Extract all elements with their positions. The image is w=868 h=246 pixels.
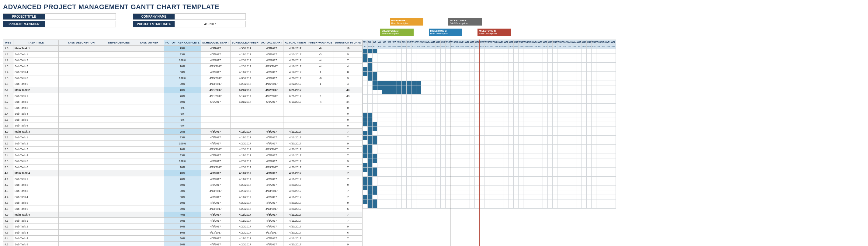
cell-blank[interactable] <box>104 81 134 87</box>
cell-var[interactable] <box>307 134 334 141</box>
cell-pct[interactable]: 60% <box>164 99 201 105</box>
cell-af[interactable]: 4/20/2017 <box>283 58 307 64</box>
cell-af[interactable]: 4/20/2017 <box>283 164 307 170</box>
cell-desc[interactable] <box>59 129 104 135</box>
cell-title[interactable]: Sub Task 2 <box>13 182 59 188</box>
cell-pct[interactable]: 50% <box>164 200 201 206</box>
cell-pct[interactable]: 0% <box>164 117 201 123</box>
cell-var[interactable] <box>307 123 334 129</box>
cell-ss[interactable]: 4/21/2017 <box>201 87 230 93</box>
task-row[interactable]: 4.4Sub Task 450%4/3/20174/11/20174/3/201… <box>3 194 363 200</box>
task-row[interactable]: 4.1Sub Task 170%4/3/20174/11/20174/3/201… <box>3 218 363 224</box>
cell-blank[interactable] <box>104 152 134 158</box>
cell-ss[interactable]: 4/8/2017 <box>201 141 230 147</box>
cell-wbs[interactable]: 4.5 <box>3 241 13 246</box>
cell-desc[interactable] <box>59 182 104 188</box>
cell-af[interactable]: 4/11/2017 <box>283 194 307 200</box>
cell-dur[interactable]: 4 <box>334 81 362 87</box>
cell-dur[interactable]: 9 <box>334 241 362 246</box>
cell-sf[interactable] <box>230 111 260 117</box>
cell-sf[interactable]: 4/20/2017 <box>230 58 260 64</box>
cell-title[interactable]: Sub Task 4 <box>13 236 59 242</box>
cell-title[interactable]: Sub Task 3 <box>13 188 59 194</box>
cell-wbs[interactable]: 2.5 <box>3 117 13 123</box>
cell-wbs[interactable]: 1.5 <box>3 75 13 81</box>
cell-blank[interactable] <box>134 182 164 188</box>
cell-ss[interactable]: 4/3/2017 <box>201 45 230 52</box>
cell-af[interactable] <box>283 117 307 123</box>
task-row[interactable]: 4.3Sub Task 350%4/13/20174/20/20174/13/2… <box>3 188 363 194</box>
cell-title[interactable]: Sub Task 2 <box>13 223 59 229</box>
cell-dur[interactable]: 7 <box>334 129 362 135</box>
cell-af[interactable]: 4/20/2017 <box>283 206 307 212</box>
cell-var[interactable] <box>307 164 334 170</box>
cell-pct[interactable]: 40% <box>164 170 201 176</box>
cell-pct[interactable]: 100% <box>164 75 201 81</box>
cell-title[interactable]: Sub Task 4 <box>13 194 59 200</box>
cell-wbs[interactable]: 2.4 <box>3 111 13 117</box>
cell-title[interactable]: Sub Task 5 <box>13 117 59 123</box>
task-row[interactable]: 4.4Sub Task 450%4/3/20174/11/20174/3/201… <box>3 236 363 242</box>
cell-as[interactable]: 4/3/2017 <box>260 176 283 182</box>
cell-wbs[interactable]: 2.2 <box>3 99 13 105</box>
cell-blank[interactable] <box>134 212 164 218</box>
task-row[interactable]: 1.2Sub Task 2100%4/8/20174/20/20174/8/20… <box>3 58 363 64</box>
cell-desc[interactable] <box>59 218 104 224</box>
cell-dur[interactable]: 7 <box>334 188 362 194</box>
cell-desc[interactable] <box>59 158 104 164</box>
cell-sf[interactable]: 4/11/2017 <box>230 129 260 135</box>
cell-wbs[interactable]: 4.2 <box>3 223 13 229</box>
cell-blank[interactable] <box>104 45 134 52</box>
cell-af[interactable]: 4/20/2017 <box>283 223 307 229</box>
cell-af[interactable] <box>283 123 307 129</box>
cell-af[interactable]: 6/21/2017 <box>283 87 307 93</box>
cell-ss[interactable]: 4/3/2017 <box>201 218 230 224</box>
cell-title[interactable]: Sub Task 1 <box>13 51 59 58</box>
cell-sf[interactable]: 4/20/2017 <box>230 241 260 246</box>
cell-sf[interactable]: 6/17/2017 <box>230 93 260 99</box>
cell-blank[interactable] <box>134 241 164 246</box>
cell-ss[interactable]: 4/3/2017 <box>201 51 230 58</box>
cell-var[interactable] <box>307 141 334 147</box>
cell-blank[interactable] <box>104 194 134 200</box>
cell-blank[interactable] <box>134 87 164 93</box>
cell-title[interactable]: Sub Task 6 <box>13 206 59 212</box>
cell-title[interactable]: Sub Task 5 <box>13 241 59 246</box>
cell-af[interactable]: 6/19/2017 <box>283 99 307 105</box>
cell-var[interactable]: -4 <box>307 58 334 64</box>
cell-var[interactable] <box>307 241 334 246</box>
cell-desc[interactable] <box>59 241 104 246</box>
cell-desc[interactable] <box>59 236 104 242</box>
cell-as[interactable]: 4/3/2017 <box>260 69 283 75</box>
cell-wbs[interactable]: 4.0 <box>3 212 13 218</box>
cell-af[interactable]: 4/12/2017 <box>283 69 307 75</box>
cell-pct[interactable]: 0% <box>164 105 201 111</box>
cell-blank[interactable] <box>104 75 134 81</box>
cell-desc[interactable] <box>59 170 104 176</box>
cell-blank[interactable] <box>134 206 164 212</box>
cell-af[interactable]: 4/11/2017 <box>283 152 307 158</box>
cell-pct[interactable]: 25% <box>164 129 201 135</box>
cell-af[interactable]: 4/11/2017 <box>283 176 307 182</box>
cell-pct[interactable]: 33% <box>164 69 201 75</box>
cell-desc[interactable] <box>59 87 104 93</box>
cell-wbs[interactable]: 1.3 <box>3 63 13 69</box>
cell-wbs[interactable]: 3.6 <box>3 164 13 170</box>
cell-pct[interactable]: 50% <box>164 236 201 242</box>
cell-ss[interactable]: 4/8/2017 <box>201 58 230 64</box>
cell-pct[interactable]: 50% <box>164 194 201 200</box>
cell-var[interactable]: -3 <box>307 51 334 58</box>
cell-dur[interactable]: 7 <box>334 212 362 218</box>
cell-blank[interactable] <box>134 134 164 141</box>
cell-desc[interactable] <box>59 63 104 69</box>
cell-title[interactable]: Sub Task 5 <box>13 200 59 206</box>
cell-ss[interactable]: 4/13/2017 <box>201 206 230 212</box>
cell-as[interactable]: 4/13/2017 <box>260 147 283 153</box>
cell-desc[interactable] <box>59 75 104 81</box>
cell-blank[interactable] <box>104 99 134 105</box>
cell-dur[interactable]: 7 <box>334 164 362 170</box>
cell-pct[interactable]: 40% <box>164 212 201 218</box>
cell-sf[interactable]: 4/11/2017 <box>230 176 260 182</box>
cell-blank[interactable] <box>104 111 134 117</box>
cell-dur[interactable]: 0 <box>334 105 362 111</box>
